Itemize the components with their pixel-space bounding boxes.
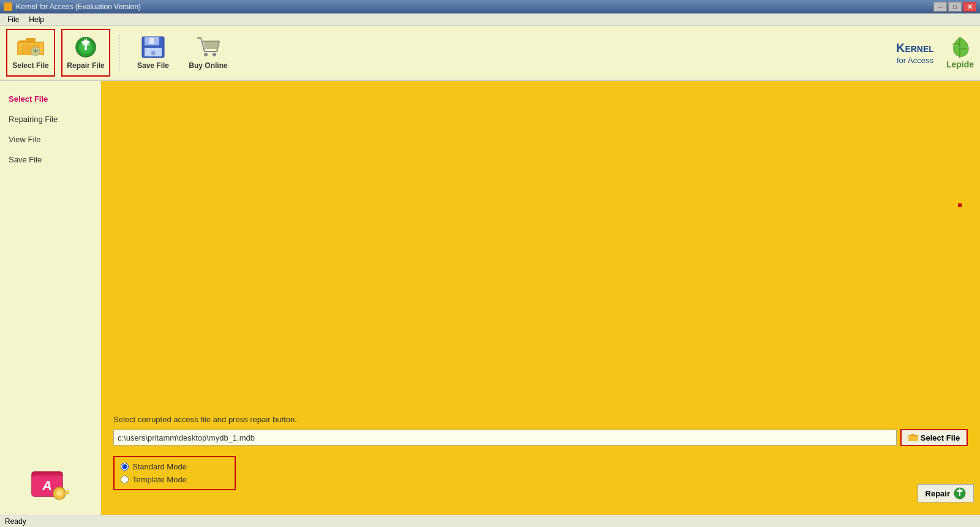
svg-rect-4	[26, 38, 36, 43]
logo-area: Kernel for Access Lepide	[896, 36, 974, 69]
status-bar: Ready	[0, 515, 980, 527]
svg-text:A: A	[42, 478, 52, 493]
toolbar-buy-online-button[interactable]: Buy Online	[184, 29, 233, 77]
toolbar-save-file-button[interactable]: ||| Save File	[129, 29, 178, 77]
toolbar: Select File Repair File ||| Save File	[0, 26, 980, 81]
template-mode-label: Template Mode	[132, 475, 187, 484]
title-bar: Kernel for Access (Evaluation Version) ─…	[0, 0, 980, 13]
repair-button[interactable]: Repair	[918, 484, 974, 502]
select-file-button[interactable]: Select File	[900, 429, 968, 446]
main-layout: Select File Repairing File View File Sav…	[0, 81, 980, 515]
instruction-text: Select corrupted access file and press r…	[113, 415, 968, 424]
menu-file[interactable]: File	[2, 14, 24, 25]
svg-rect-22	[63, 492, 69, 494]
file-path-input[interactable]	[113, 430, 897, 445]
select-file-folder-icon	[908, 433, 918, 442]
menu-bar: File Help	[0, 13, 980, 26]
template-mode-option[interactable]: Template Mode	[121, 475, 228, 484]
repair-btn-label: Repair	[925, 489, 950, 498]
save-icon: |||	[140, 36, 167, 59]
svg-rect-13	[149, 38, 154, 44]
repair-btn-icon	[954, 487, 966, 499]
standard-mode-radio[interactable]	[121, 463, 129, 471]
svg-rect-25	[908, 436, 918, 441]
maximize-button[interactable]: □	[948, 2, 962, 12]
sidebar-bottom: A	[6, 460, 94, 502]
lepide-icon	[949, 36, 971, 59]
svg-text:|||: |||	[151, 50, 155, 55]
access-logo-icon: A	[29, 460, 72, 502]
toolbar-divider	[119, 34, 120, 71]
red-dot-decoration	[958, 203, 962, 207]
standard-mode-option[interactable]: Standard Mode	[121, 462, 228, 471]
svg-rect-7	[35, 48, 36, 53]
sidebar: Select File Repairing File View File Sav…	[0, 81, 101, 515]
standard-mode-label: Standard Mode	[132, 462, 187, 471]
select-file-btn-label: Select File	[921, 433, 960, 442]
sidebar-item-select-file[interactable]: Select File	[6, 93, 94, 105]
kernel-brand-text: Kernel	[896, 40, 934, 56]
svg-rect-26	[911, 434, 914, 436]
minimize-button[interactable]: ─	[933, 2, 947, 12]
status-text: Ready	[5, 517, 26, 526]
menu-help[interactable]: Help	[24, 14, 49, 25]
repair-icon	[72, 36, 99, 59]
folder-open-icon	[17, 36, 44, 59]
content-area: Select corrupted access file and press r…	[101, 81, 980, 515]
kernel-product-text: for Access	[896, 56, 934, 66]
sidebar-item-save-file[interactable]: Save File	[6, 154, 94, 165]
template-mode-radio[interactable]	[121, 476, 129, 483]
svg-point-21	[56, 490, 62, 496]
close-button[interactable]: ✕	[963, 2, 976, 12]
cart-icon	[195, 36, 222, 59]
kernel-logo: Kernel for Access	[896, 40, 934, 66]
toolbar-repair-file-label: Repair File	[67, 61, 104, 70]
title-bar-title: Kernel for Access (Evaluation Version)	[4, 2, 141, 11]
title-bar-controls: ─ □ ✕	[933, 2, 976, 12]
toolbar-select-file-label: Select File	[12, 61, 48, 70]
sidebar-item-view-file[interactable]: View File	[6, 134, 94, 145]
repair-button-area: Repair	[918, 484, 974, 502]
file-input-row: Select File	[113, 429, 968, 446]
sidebar-item-repairing-file[interactable]: Repairing File	[6, 113, 94, 125]
svg-rect-23	[67, 490, 69, 492]
lepide-brand-text: Lepide	[946, 59, 974, 69]
toolbar-buy-online-label: Buy Online	[189, 61, 227, 70]
svg-point-16	[213, 53, 216, 56]
title-text: Kernel for Access (Evaluation Version)	[16, 2, 141, 11]
app-icon	[4, 2, 12, 11]
lepide-logo: Lepide	[946, 36, 974, 69]
toolbar-repair-file-button[interactable]: Repair File	[61, 29, 110, 77]
mode-radio-group: Standard Mode Template Mode	[113, 456, 236, 490]
toolbar-select-file-button[interactable]: Select File	[6, 29, 55, 77]
toolbar-save-file-label: Save File	[137, 61, 169, 70]
svg-point-15	[204, 53, 208, 56]
